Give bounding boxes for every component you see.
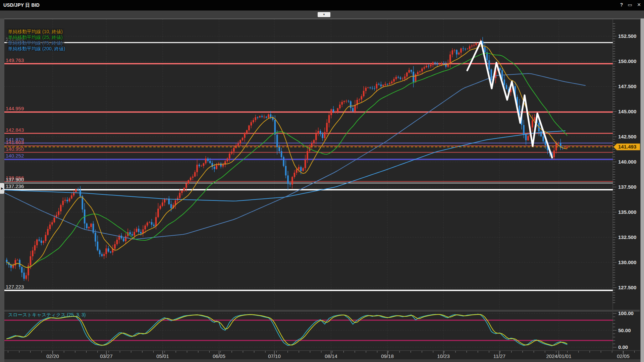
indicator-legend: 単純移動平均線 (10, 終値)単純移動平均線 (25, 終値)単純移動平均線 … bbox=[8, 29, 65, 52]
stoch-tick-label: 0.00 bbox=[618, 344, 628, 350]
price-tick-label: 130.000 bbox=[618, 259, 636, 265]
price-tick-label: 150.000 bbox=[618, 58, 636, 64]
date-tick-label: 08/14 bbox=[325, 353, 337, 359]
price-tick-label: 132.500 bbox=[618, 234, 636, 240]
chart-splitter[interactable] bbox=[4, 310, 640, 312]
price-level-label: 140.252 bbox=[6, 153, 24, 159]
date-tick-label: 05/01 bbox=[156, 353, 169, 359]
price-level-label: 144.959 bbox=[6, 106, 24, 111]
price-level-label: 137.900 bbox=[6, 177, 24, 182]
price-tick-label: 147.500 bbox=[618, 83, 636, 89]
price-tick-label: 127.500 bbox=[618, 285, 636, 290]
collapsed-toolbar: ▼ bbox=[0, 11, 644, 19]
price-level-label: 137.236 bbox=[6, 183, 24, 189]
date-tick-label: 10/23 bbox=[437, 353, 450, 359]
date-tick-label: 2024/01/01 bbox=[546, 353, 571, 359]
sub-indicator-label: スローストキャスティクス (25, 3, 3) bbox=[8, 312, 86, 318]
price-tick-label: 137.500 bbox=[618, 184, 636, 190]
legend-item: 単純移動平均線 (200, 終値) bbox=[8, 46, 65, 52]
price-tick-label: 142.500 bbox=[618, 134, 636, 139]
main-plot-area[interactable] bbox=[4, 19, 613, 309]
right-scrollbar[interactable] bbox=[640, 18, 644, 362]
price-level-label: 141.603 bbox=[6, 139, 24, 145]
chart-window: { "window": { "title": "USD/JPY 日 BID", … bbox=[0, 0, 644, 362]
date-tick-label: 06/05 bbox=[213, 353, 225, 359]
price-tick-label: 152.500 bbox=[618, 33, 636, 39]
left-panel-expand-handle[interactable]: ▶ bbox=[0, 183, 4, 194]
stoch-tick-label: 50.00 bbox=[618, 327, 631, 333]
date-tick-label: 07/10 bbox=[268, 353, 281, 359]
title-bar: USD/JPY 日 BID ? ▭ ✕ bbox=[0, 0, 644, 11]
close-icon[interactable]: ✕ bbox=[636, 2, 642, 7]
main-chart-svg[interactable]: 151.869149.763144.959142.843141.879141.6… bbox=[0, 0, 644, 362]
date-tick-label: 11/27 bbox=[493, 353, 505, 359]
price-level-label: 149.763 bbox=[6, 57, 24, 63]
legend-item: 単純移動平均線 (25, 終値) bbox=[8, 35, 65, 40]
legend-item: 単純移動平均線 (10, 終値) bbox=[8, 29, 65, 35]
date-tick-label: 02/05 bbox=[617, 353, 630, 359]
maximize-icon[interactable]: ▭ bbox=[627, 2, 633, 7]
toolbar-expander-button[interactable]: ▼ bbox=[318, 12, 330, 17]
price-tick-label: 140.000 bbox=[618, 159, 636, 165]
legend-item: 単純移動平均線 (75, 終値) bbox=[8, 40, 65, 46]
date-tick-label: 03/27 bbox=[100, 353, 113, 359]
svg-text:141.493: 141.493 bbox=[618, 144, 636, 149]
date-tick-label: 02/20 bbox=[46, 353, 59, 359]
date-tick-label: 09/18 bbox=[381, 353, 394, 359]
price-tick-label: 135.000 bbox=[618, 209, 636, 215]
help-icon[interactable]: ? bbox=[618, 2, 625, 7]
chevron-down-icon: ▼ bbox=[323, 13, 325, 16]
stoch-tick-label: 100.00 bbox=[618, 310, 634, 316]
chevron-right-icon: ▶ bbox=[1, 187, 3, 190]
price-tick-label: 145.000 bbox=[618, 109, 636, 114]
price-level-label: 127.223 bbox=[6, 284, 24, 290]
price-level-label: 142.843 bbox=[6, 127, 24, 133]
current-price-tag: 141.493 bbox=[613, 143, 640, 150]
window-title: USD/JPY 日 BID bbox=[3, 2, 40, 8]
